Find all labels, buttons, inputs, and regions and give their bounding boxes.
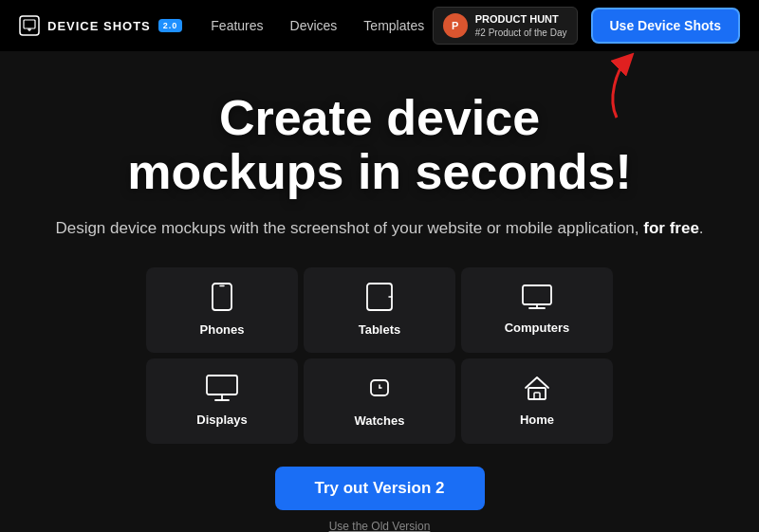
nav-right: P PRODUCT HUNT #2 Product of the Day Use…	[433, 7, 740, 44]
hero-subtext-bold: for free	[639, 219, 699, 237]
hero-headline-line2: mockups in seconds!	[127, 144, 632, 199]
svg-rect-19	[528, 388, 546, 399]
product-hunt-logo: P	[443, 13, 468, 38]
product-hunt-rank-num: #2 Product of the Day	[475, 28, 567, 38]
svg-rect-8	[523, 285, 551, 304]
watches-icon	[368, 374, 391, 406]
computers-label: Computers	[505, 321, 570, 335]
device-grid: Phones Tablets Computers Displays Watche…	[0, 267, 759, 444]
product-hunt-rank: PRODUCT HUNT	[475, 12, 567, 26]
hero-subtext-main: Design device mockups with the screensho…	[55, 219, 639, 237]
product-hunt-badge[interactable]: P PRODUCT HUNT #2 Product of the Day	[433, 7, 578, 44]
svg-rect-6	[367, 284, 392, 310]
svg-rect-4	[213, 284, 231, 310]
hero-headline-line1: Create device	[219, 90, 540, 145]
logo-icon	[19, 15, 40, 36]
nav-link-devices[interactable]: Devices	[290, 18, 338, 33]
svg-rect-1	[24, 20, 35, 28]
logo[interactable]: DEVICE SHOTS 2.0	[19, 15, 182, 36]
tablets-icon	[366, 283, 393, 315]
hero-subtext-end: .	[699, 219, 704, 237]
home-icon	[524, 375, 550, 405]
old-version-link[interactable]: Use the Old Version	[0, 520, 759, 532]
device-card-displays[interactable]: Displays	[146, 358, 298, 444]
product-hunt-text: PRODUCT HUNT #2 Product of the Day	[475, 12, 567, 38]
displays-label: Displays	[196, 413, 247, 427]
svg-rect-11	[207, 376, 237, 394]
hero-subtext: Design device mockups with the screensho…	[0, 216, 759, 241]
navbar: DEVICE SHOTS 2.0 Features Devices Templa…	[0, 0, 759, 51]
displays-icon	[206, 375, 238, 405]
device-card-watches[interactable]: Watches	[304, 358, 455, 444]
device-card-tablets[interactable]: Tablets	[304, 267, 455, 353]
nav-link-templates[interactable]: Templates	[363, 18, 424, 33]
device-card-phones[interactable]: Phones	[146, 267, 298, 353]
device-card-home[interactable]: Home	[461, 358, 613, 444]
try-v2-section: Try out Version 2 Use the Old Version	[0, 467, 759, 532]
svg-rect-20	[534, 393, 540, 399]
version-badge: 2.0	[158, 19, 183, 32]
phones-icon	[210, 283, 234, 315]
tablets-label: Tablets	[359, 322, 401, 337]
hero-section: Create device mockups in seconds! Design…	[0, 51, 759, 532]
use-device-shots-button[interactable]: Use Device Shots	[591, 8, 741, 44]
home-label: Home	[520, 413, 554, 427]
device-card-computers[interactable]: Computers	[461, 267, 613, 353]
phones-label: Phones	[200, 322, 245, 337]
try-v2-button[interactable]: Try out Version 2	[275, 467, 485, 510]
hero-headline: Create device mockups in seconds!	[0, 91, 759, 199]
watches-label: Watches	[355, 413, 405, 428]
computers-icon	[522, 284, 552, 313]
svg-rect-0	[20, 16, 39, 35]
nav-links: Features Devices Templates	[211, 18, 424, 33]
nav-link-features[interactable]: Features	[211, 18, 263, 33]
logo-text: DEVICE SHOTS	[47, 19, 151, 33]
